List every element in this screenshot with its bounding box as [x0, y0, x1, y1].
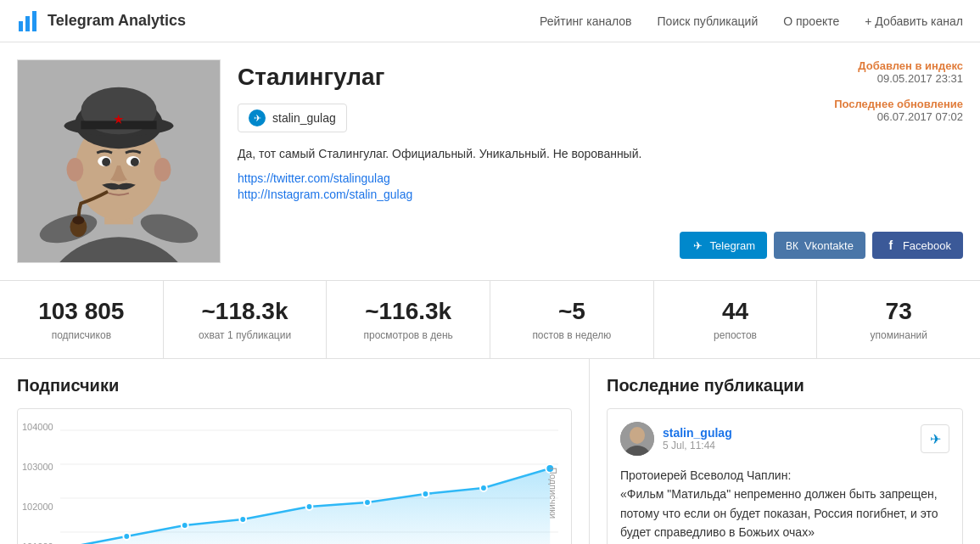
y-label-1: 104000	[22, 422, 53, 432]
pub-text: Протоиерей Всеволод Чаплин: «Фильм "Мати…	[620, 466, 949, 542]
stat-value: ~116.3k	[344, 298, 473, 325]
svg-point-35	[480, 485, 487, 491]
stat-label: охват 1 публикации	[181, 329, 310, 341]
pub-author-info: stalin_gulag 5 Jul, 11:44	[663, 426, 732, 451]
svg-point-38	[630, 427, 645, 444]
svg-rect-12	[81, 121, 156, 129]
stat-item: ~5 постов в неделю	[490, 281, 654, 358]
svg-point-19	[72, 216, 84, 224]
nav-add-channel[interactable]: + Добавить канал	[865, 14, 963, 28]
stat-label: репостов	[671, 329, 800, 341]
stat-value: 73	[834, 298, 963, 325]
svg-point-21	[154, 158, 171, 182]
stat-label: подписчиков	[17, 329, 146, 341]
chart-y-labels: 104000 103000 102000 101000	[22, 422, 53, 544]
stat-label: упоминаний	[834, 329, 963, 341]
main-content: Подписчики 104000 103000 102000 101000	[0, 359, 980, 544]
svg-point-20	[67, 158, 84, 182]
updated-label: Последнее обновление	[834, 98, 963, 110]
telegram-handle-icon: ✈	[249, 109, 266, 126]
svg-point-30	[182, 522, 188, 529]
subscribers-title: Подписчики	[17, 376, 572, 395]
svg-text:ВК: ВК	[786, 240, 798, 252]
profile-image	[17, 59, 221, 263]
added-date: 09.05.2017 23:31	[834, 72, 963, 85]
handle-text: stalin_gulag	[272, 111, 336, 125]
facebook-btn-icon: f	[884, 238, 898, 252]
svg-point-34	[423, 491, 429, 497]
facebook-button[interactable]: f Facebook	[872, 232, 963, 259]
svg-point-31	[239, 516, 246, 523]
svg-rect-2	[32, 11, 36, 31]
instagram-link[interactable]: http://Instagram.com/stalin_gulag	[238, 188, 963, 201]
stat-item: 44 репостов	[654, 281, 818, 358]
chart-y-axis-label: Подписчики	[549, 468, 559, 519]
svg-point-29	[123, 533, 130, 540]
stat-label: постов в неделю	[507, 329, 636, 341]
right-panel: Последние публикации stalin_gulag 5 Jul,…	[590, 359, 980, 544]
header-nav: Рейтинг каналов Поиск публикаций О проек…	[540, 14, 963, 28]
stat-value: ~5	[507, 298, 636, 325]
logo[interactable]: Telegram Analytics	[17, 9, 186, 33]
stat-item: 73 упоминаний	[817, 281, 980, 358]
vkontakte-button[interactable]: ВК Vkontakte	[774, 232, 865, 259]
vkontakte-btn-icon: ВК	[786, 238, 799, 252]
stat-label: просмотров в день	[344, 329, 473, 341]
publication-card: stalin_gulag 5 Jul, 11:44 ✈ Протоиерей В…	[607, 408, 963, 544]
profile-meta: Добавлен в индекс 09.05.2017 23:31 После…	[834, 59, 963, 136]
stat-item: ~116.3k просмотров в день	[327, 281, 490, 358]
svg-point-16	[102, 158, 110, 166]
social-buttons: ✈ Telegram ВК Vkontakte f Facebook	[680, 232, 963, 259]
added-label: Добавлен в индекс	[834, 59, 963, 72]
twitter-link[interactable]: https://twitter.com/stalingulag	[238, 171, 963, 185]
stat-value: 103 805	[17, 298, 146, 325]
stats-bar: 103 805 подписчиков ~118.3k охват 1 публ…	[0, 281, 980, 359]
nav-search[interactable]: Поиск публикаций	[658, 14, 759, 28]
pub-author: stalin_gulag 5 Jul, 11:44	[620, 422, 732, 456]
stat-item: 103 805 подписчиков	[0, 281, 164, 358]
nav-about[interactable]: О проекте	[783, 14, 839, 28]
svg-point-32	[306, 503, 313, 510]
pub-date: 5 Jul, 11:44	[663, 440, 732, 451]
svg-point-17	[131, 158, 139, 166]
pub-telegram-icon[interactable]: ✈	[921, 424, 949, 453]
channel-handle[interactable]: ✈ stalin_gulag	[238, 104, 347, 132]
y-label-2: 103000	[22, 462, 53, 472]
stat-item: ~118.3k охват 1 публикации	[164, 281, 328, 358]
stat-value: 44	[671, 298, 800, 325]
pub-avatar	[620, 422, 654, 456]
svg-point-33	[364, 499, 371, 506]
profile-section: Сталингулаг ✈ stalin_gulag Да, тот самый…	[0, 42, 980, 281]
chart-container: 104000 103000 102000 101000	[17, 408, 572, 544]
logo-text: Telegram Analytics	[48, 12, 186, 30]
logo-icon	[17, 9, 41, 33]
author-name[interactable]: stalin_gulag	[663, 426, 732, 440]
svg-rect-0	[19, 21, 23, 31]
telegram-btn-icon: ✈	[692, 238, 705, 252]
left-panel: Подписчики 104000 103000 102000 101000	[0, 359, 590, 544]
avatar-svg	[18, 60, 220, 262]
channel-description: Да, тот самый Сталингулаг. Официальный. …	[238, 145, 704, 163]
subscribers-chart	[60, 422, 558, 544]
updated-date: 06.07.2017 07:02	[834, 110, 963, 123]
pub-avatar-svg	[620, 422, 654, 456]
svg-rect-1	[25, 16, 30, 31]
channel-links: https://twitter.com/stalingulag http://I…	[238, 171, 963, 201]
stat-value: ~118.3k	[181, 298, 310, 325]
pub-header: stalin_gulag 5 Jul, 11:44 ✈	[620, 422, 949, 456]
header: Telegram Analytics Рейтинг каналов Поиск…	[0, 0, 980, 42]
y-label-3: 102000	[22, 502, 53, 512]
publications-title: Последние публикации	[607, 376, 963, 395]
telegram-button[interactable]: ✈ Telegram	[680, 232, 767, 259]
nav-ratings[interactable]: Рейтинг каналов	[540, 14, 632, 28]
